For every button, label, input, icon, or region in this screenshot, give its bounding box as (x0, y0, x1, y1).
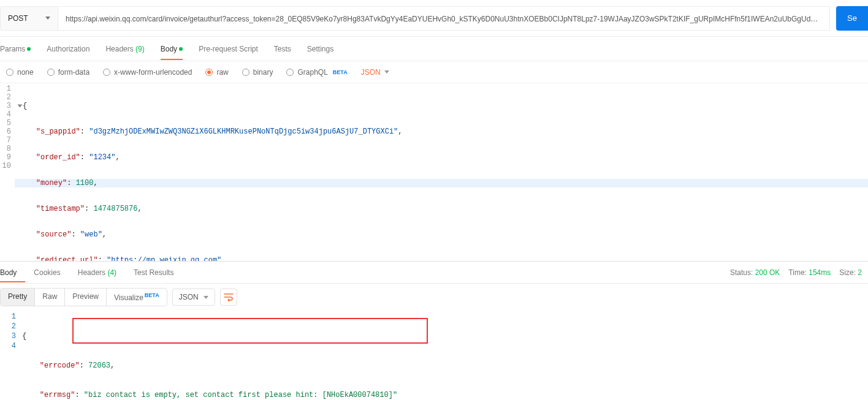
response-view-mode: Pretty Raw Preview VisualizeBETA (0, 288, 167, 306)
resp-line-gutter: 1 2 3 4 (0, 311, 22, 400)
resp-tab-tests[interactable]: Test Results (125, 263, 182, 282)
response-tabs: Body Cookies Headers (4) Test Results St… (0, 262, 868, 284)
radio-form-data[interactable]: form-data (47, 68, 89, 77)
radio-x-www-form-urlencoded[interactable]: x-www-form-urlencoded (103, 68, 192, 77)
tab-params[interactable]: Params (0, 39, 31, 59)
body-dot-icon (179, 47, 183, 51)
tab-headers[interactable]: Headers (9) (105, 39, 144, 59)
tab-body[interactable]: Body (161, 39, 183, 59)
request-body-code: { "s_pappid": "d3gzMzhjODExMWIwZWQ3NGZiX… (15, 83, 868, 261)
request-body-editor[interactable]: 1 2 3 4 5 6 7 8 9 10 { "s_pappid": "d3gz… (0, 83, 868, 261)
resp-tab-cookies[interactable]: Cookies (25, 263, 69, 282)
send-button[interactable]: Se (836, 6, 868, 31)
body-type-row: none form-data x-www-form-urlencoded raw… (0, 61, 868, 83)
radio-binary[interactable]: binary (242, 68, 273, 77)
tab-tests[interactable]: Tests (274, 39, 291, 59)
tab-settings[interactable]: Settings (307, 39, 333, 59)
radio-icon (242, 69, 249, 76)
radio-graphql[interactable]: GraphQLBETA (286, 68, 347, 77)
fold-icon[interactable] (18, 104, 23, 107)
radio-raw[interactable]: raw (205, 68, 228, 77)
radio-icon (6, 69, 13, 76)
line-gutter: 1 2 3 4 5 6 7 8 9 10 (0, 83, 15, 261)
response-body-code: { "errcode": 72063, "errmsg": "biz conta… (22, 311, 868, 400)
chevron-down-icon (45, 17, 50, 20)
chevron-down-icon (204, 296, 208, 299)
resp-mode-visualize[interactable]: VisualizeBETA (107, 289, 167, 306)
raw-format-select[interactable]: JSON (361, 68, 389, 77)
radio-icon (286, 69, 294, 76)
params-dot-icon (27, 47, 31, 51)
radio-icon (47, 69, 55, 76)
response-format-select[interactable]: JSON (172, 289, 215, 306)
wrap-icon (224, 293, 234, 301)
radio-icon (103, 69, 110, 76)
http-method-select[interactable]: POST (0, 6, 58, 31)
http-method-label: POST (8, 14, 28, 23)
resp-mode-pretty[interactable]: Pretty (1, 289, 35, 306)
resp-mode-raw[interactable]: Raw (35, 289, 65, 306)
url-input[interactable]: https://api.weixin.qq.com/card/invoice/g… (58, 6, 830, 31)
resp-tab-body[interactable]: Body (0, 263, 25, 282)
response-status-bar: Status: 200 OK Time: 154ms Size: 2 (730, 268, 868, 277)
request-tabs: Params Authorization Headers (9) Body Pr… (0, 37, 868, 61)
resp-mode-preview[interactable]: Preview (65, 289, 107, 306)
response-toolbar: Pretty Raw Preview VisualizeBETA JSON (0, 284, 868, 311)
tab-prerequest[interactable]: Pre-request Script (199, 39, 258, 59)
radio-none[interactable]: none (6, 68, 34, 77)
radio-selected-icon (205, 69, 213, 76)
response-body-editor[interactable]: 1 2 3 4 { "errcode": 72063, "errmsg": "b… (0, 311, 868, 400)
wrap-lines-button[interactable] (220, 289, 237, 306)
chevron-down-icon (384, 70, 389, 74)
tab-authorization[interactable]: Authorization (47, 39, 89, 59)
resp-tab-headers[interactable]: Headers (4) (69, 263, 125, 282)
